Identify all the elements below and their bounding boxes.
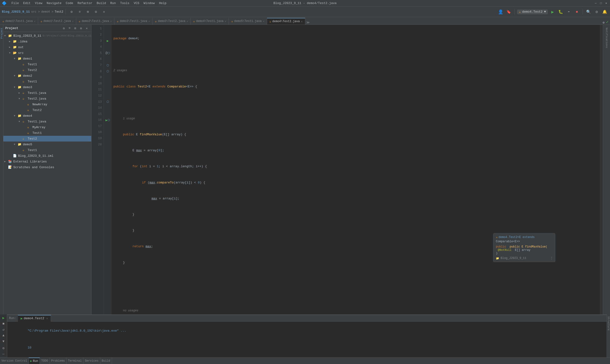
minimize-button[interactable]: — (594, 1, 597, 5)
account-icon[interactable]: 👤 (497, 9, 504, 15)
project-tab-label[interactable]: Project (0, 27, 3, 39)
panel-layout-icon[interactable]: ≡ (67, 26, 72, 31)
run-arrow-16[interactable]: ▶ (105, 118, 107, 122)
close-panel-icon[interactable]: ✕ (101, 9, 107, 15)
tree-demo1-test1[interactable]: ☕ Test1 (3, 62, 91, 67)
tree-demo3-test2[interactable]: ☕ Test2 (3, 107, 91, 113)
bottom-app-tab-vc[interactable]: Version Control (0, 358, 29, 364)
run-button[interactable]: ▶ (549, 9, 556, 15)
bookmark-toolbar-icon[interactable]: 🔖 (506, 9, 512, 15)
tree-demo3-test1java[interactable]: ▶ ☕ Test1.java (3, 90, 91, 96)
run-arrow-5[interactable]: @ (105, 51, 107, 55)
tree-demo2[interactable]: ▼ 📁 demo2 (3, 73, 91, 78)
menu-build[interactable]: Build (95, 1, 108, 5)
settings-icon[interactable]: ⚙ (68, 9, 75, 15)
more-tabs-button[interactable]: ≫ (305, 21, 311, 25)
search-everywhere-icon[interactable]: 🔍 (585, 9, 592, 15)
menu-vcs[interactable]: VCS (132, 1, 141, 5)
tree-demo5-test1[interactable]: ☕ Test1 (3, 147, 91, 153)
tree-demo4-test1java[interactable]: ▼ ☕ Test1.java (3, 119, 91, 124)
bottom-app-tab-problems[interactable]: Problems (50, 358, 67, 364)
run-up-icon[interactable]: ▲ (1, 333, 6, 338)
tab-demo1-test1[interactable]: ☕ demo1\Test1.java ✕ (0, 18, 38, 25)
tab-close-8[interactable]: ✕ (301, 20, 303, 23)
tree-demo4[interactable]: ▼ 📁 demo4 (3, 113, 91, 119)
run-down-icon[interactable]: ▼ (1, 339, 6, 344)
tree-scratches[interactable]: 📝 Scratches and Consoles (3, 164, 91, 170)
code-content[interactable]: package demo4; 2 usages public class Tes… (112, 25, 600, 314)
bottom-app-tab-terminal[interactable]: Terminal (66, 358, 83, 364)
run-tab-close[interactable]: ✕ (46, 317, 48, 320)
settings-main-icon[interactable]: ⚙ (593, 9, 600, 15)
bottom-tab-run[interactable]: ▶ demo4.Test2 ✕ (18, 315, 51, 322)
tab-close-5[interactable]: ✕ (187, 20, 188, 23)
close-button[interactable]: ✕ (604, 1, 608, 5)
tree-iml[interactable]: 📄 Blog_J2023_9_11.iml (3, 153, 91, 159)
tab-close-4[interactable]: ✕ (148, 20, 150, 23)
run-configuration[interactable]: ☕ demo4.Test2 ▼ (517, 10, 548, 14)
menu-run[interactable]: Run (108, 1, 118, 5)
tree-src[interactable]: ▼ 📂 src (3, 50, 91, 56)
tab-close-3[interactable]: ✕ (110, 20, 112, 23)
tab-demo2-test1[interactable]: ☕ demo2\Test1.java ✕ (76, 18, 114, 25)
tab-demo4-test1[interactable]: ☕ demo4\Test1.java ✕ (191, 18, 229, 25)
run-settings-icon[interactable]: ⚙ (1, 346, 6, 351)
structure-icon[interactable]: ≡ (76, 9, 83, 15)
run-arrow-3[interactable]: ▶ (107, 39, 109, 43)
tab-demo4-test2-active[interactable]: ☕ demo4\Test2.java ✕ (267, 18, 305, 25)
run-stop-icon[interactable]: ■ (1, 321, 6, 326)
tree-demo1-test2[interactable]: ☕ Test2 (3, 67, 91, 73)
bottom-app-tab-build[interactable]: Build (100, 358, 112, 364)
tree-demo4-test2[interactable]: ☕ Test2 (3, 136, 91, 142)
notifications-tab-label[interactable]: Notifications (605, 27, 608, 49)
tab-demo1-test2[interactable]: ☕ demo1\Test2.java ✕ (38, 18, 76, 25)
tree-root[interactable]: ▼ 📁 Blog_J2023_9_11 D:\Project\JAVA\Blog… (3, 33, 91, 39)
structure-bottom-tab[interactable]: Structure (607, 315, 610, 331)
tree-external-libs[interactable]: ▶ 📚 External Libraries (3, 159, 91, 164)
debug-button[interactable]: 🐛 (557, 9, 564, 15)
run-rerun-icon[interactable]: ↺ (1, 327, 6, 332)
tooltip-more-button[interactable]: ⋮ (550, 256, 553, 260)
menu-file[interactable]: File (10, 1, 21, 5)
tab-close-2[interactable]: ✕ (72, 20, 74, 23)
menu-help[interactable]: Help (157, 1, 168, 5)
run-minimize-icon[interactable]: — (1, 351, 6, 356)
menu-window[interactable]: Window (142, 1, 157, 5)
menu-edit[interactable]: Edit (21, 1, 32, 5)
menu-navigate[interactable]: Navigate (45, 1, 63, 5)
tree-demo4-myarray[interactable]: ☕ MyArray (3, 124, 91, 130)
tree-demo1[interactable]: ▼ 📁 demo1 (3, 56, 91, 62)
tree-demo3[interactable]: ▼ 📁 demo3 (3, 84, 91, 90)
bottom-app-tab-services[interactable]: Services (83, 358, 100, 364)
tab-close-6[interactable]: ✕ (225, 20, 226, 23)
tab-close-1[interactable]: ✕ (34, 20, 36, 23)
tab-demo3-test1[interactable]: ☕ demo3\Test1.java ✕ (114, 18, 153, 25)
tree-idea[interactable]: ▶ 📁 .idea (3, 39, 91, 44)
coverage-button[interactable]: ☂ (565, 9, 572, 15)
tree-demo3-newarray[interactable]: ☕ NewArray (3, 102, 91, 107)
tab-demo5-test1[interactable]: ☕ demo5\Test1.java ✕ (229, 18, 267, 25)
menu-refactor[interactable]: Refactor (76, 1, 94, 5)
panel-settings-icon[interactable]: ⚙ (78, 26, 84, 31)
panel-close-icon[interactable]: ✕ (84, 26, 89, 31)
menu-tools[interactable]: Tools (118, 1, 131, 5)
tab-settings-button[interactable]: ⚙ (601, 21, 606, 25)
stop-button[interactable]: ■ (573, 9, 580, 15)
run-play-icon[interactable]: ▶ (1, 315, 6, 320)
bottom-app-tab-todo[interactable]: TODO (40, 358, 50, 364)
panel-gear-icon[interactable]: ⚙ (61, 26, 66, 31)
tree-demo3-test2java[interactable]: ▼ ☕ Test2.java (3, 96, 91, 102)
menu-code[interactable]: Code (64, 1, 75, 5)
editor-scrollbar[interactable] (600, 25, 603, 314)
tree-demo5[interactable]: ▼ 📁 demo5 (3, 142, 91, 147)
layout-icon[interactable]: ⊞ (84, 9, 91, 15)
notifications-icon[interactable]: 🔔 (601, 9, 608, 15)
tab-close-7[interactable]: ✕ (263, 20, 264, 23)
bottom-app-tab-run[interactable]: ▶ Run (29, 358, 40, 364)
tree-demo4-test1[interactable]: ☕ Test1 (3, 130, 91, 136)
tree-demo2-test1[interactable]: ☕ Test1 (3, 78, 91, 84)
config-icon[interactable]: ⚙ (92, 9, 99, 15)
tab-demo3-test2[interactable]: ☕ demo3\Test2.java ✕ (153, 18, 191, 25)
menu-view[interactable]: View (33, 1, 44, 5)
maximize-button[interactable]: □ (599, 1, 603, 5)
